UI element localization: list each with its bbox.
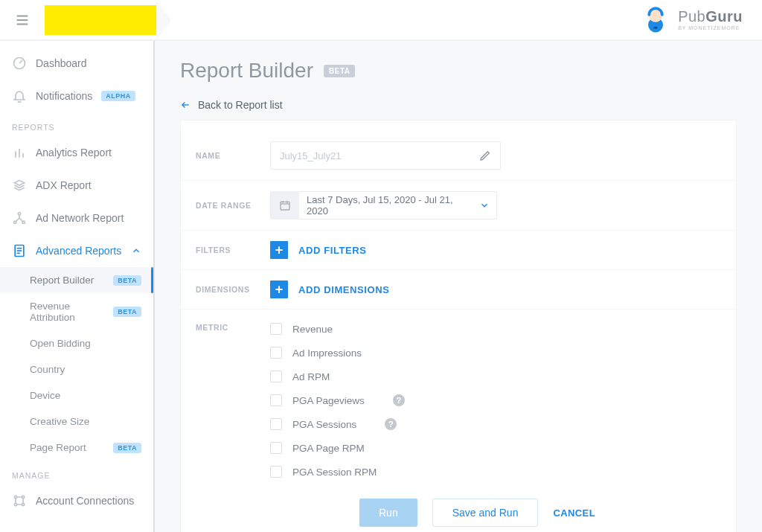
metric-label: Ad RPM [292,371,330,382]
beta-badge: BETA [113,443,141,453]
metric-option[interactable]: Revenue [270,323,721,335]
network-icon [12,211,27,225]
sidebar-item-account-connections[interactable]: Account Connections [0,484,153,517]
metric-option[interactable]: Ad RPM [270,371,721,382]
sidebar-heading-manage: MANAGE [0,461,153,484]
name-input[interactable]: July15_July21 [270,141,501,170]
subnav-open-bidding[interactable]: Open Bidding [0,330,153,356]
checkbox[interactable] [270,347,282,359]
sidebar-item-notifications[interactable]: Notifications ALPHA [0,80,153,112]
sidebar: Dashboard Notifications ALPHA REPORTS An… [0,41,155,532]
svg-point-19 [14,503,16,505]
sidebar-item-advanced-reports[interactable]: Advanced Reports [0,234,153,267]
hamburger-icon [14,12,31,28]
back-to-report-list-link[interactable]: Back to Report list [180,99,737,111]
advanced-reports-subnav: Report Builder BETA Revenue Attribution … [0,267,153,461]
beta-badge: BETA [324,65,355,77]
arrow-left-icon [180,100,190,110]
checkbox[interactable] [270,371,282,382]
plus-icon: + [270,241,288,259]
dimensions-label: DIMENSIONS [196,285,270,294]
subnav-label: Open Bidding [30,338,91,349]
add-dimensions-button[interactable]: + ADD DIMENSIONS [270,281,721,298]
metric-option[interactable]: PGA Sessions? [270,418,721,430]
plus-icon: + [270,281,288,298]
metric-label: PGA Page RPM [292,443,365,454]
subnav-device[interactable]: Device [0,382,153,408]
svg-point-18 [22,496,24,498]
gauge-icon [12,56,27,71]
beta-badge: BETA [113,275,141,286]
subnav-label: Device [30,390,60,401]
date-range-picker[interactable]: Last 7 Days, Jul 15, 2020 - Jul 21, 2020 [270,191,497,219]
subnav-report-builder[interactable]: Report Builder BETA [0,267,153,293]
metric-option[interactable]: Ad Impressions [270,347,721,359]
sidebar-item-adx-report[interactable]: ADX Report [0,169,153,202]
bar-chart-icon [12,145,27,160]
add-dimensions-label: ADD DIMENSIONS [298,284,390,295]
sidebar-item-label: ADX Report [36,179,92,191]
layers-icon [12,178,27,193]
document-icon [12,243,27,258]
checkbox[interactable] [270,442,282,454]
sidebar-item-ad-network-report[interactable]: Ad Network Report [0,202,153,234]
subnav-label: Page Report [30,442,86,453]
calendar-icon [271,191,299,219]
sidebar-item-analytics-report[interactable]: Analytics Report [0,136,153,169]
run-button[interactable]: Run [359,499,417,527]
checkbox[interactable] [270,466,282,478]
save-and-run-button[interactable]: Save and Run [432,499,539,527]
add-filters-label: ADD FILTERS [298,245,367,256]
metric-list: RevenueAd ImpressionsAd RPMPGA Pageviews… [270,320,721,478]
alpha-badge: ALPHA [101,91,135,101]
subnav-country[interactable]: Country [0,356,153,382]
metric-label: Revenue [292,324,333,335]
checkbox[interactable] [270,394,282,406]
page-title: Report Builder [180,59,313,83]
subnav-creative-size[interactable]: Creative Size [0,408,153,435]
back-link-label: Back to Report list [198,99,283,111]
metric-option[interactable]: PGA Pageviews? [270,394,721,406]
sidebar-item-label: Dashboard [36,57,87,69]
help-icon[interactable]: ? [393,394,405,406]
bell-icon [12,89,27,103]
cancel-button[interactable]: CANCEL [553,507,595,519]
sidebar-item-dashboard[interactable]: Dashboard [0,47,153,80]
metric-option[interactable]: PGA Page RPM [270,442,721,454]
svg-point-17 [14,496,16,498]
connections-icon [12,493,27,508]
subnav-label: Revenue Attribution [30,301,113,323]
checkbox[interactable] [270,418,282,430]
report-form-card: NAME July15_July21 DATE RANGE [180,120,737,532]
menu-toggle-button[interactable] [0,0,45,40]
svg-rect-5 [654,27,658,29]
brand-mascot-icon [641,4,670,34]
metric-label: METRIC [196,320,270,332]
filters-label: FILTERS [196,246,270,254]
date-range-label: DATE RANGE [196,201,270,210]
svg-point-12 [22,221,25,223]
svg-point-20 [22,503,24,505]
metric-option[interactable]: PGA Session RPM [270,466,721,478]
metric-label: PGA Sessions [292,419,356,430]
brand-name: PubGuru [678,8,743,25]
subnav-revenue-attribution[interactable]: Revenue Attribution BETA [0,293,153,330]
sidebar-item-label: Advanced Reports [36,245,121,257]
add-filters-button[interactable]: + ADD FILTERS [270,241,721,259]
logo-placeholder [45,5,156,35]
pencil-icon[interactable] [479,150,491,161]
sidebar-item-label: Ad Network Report [36,212,124,224]
help-icon[interactable]: ? [385,418,397,430]
name-input-value: July15_July21 [280,150,341,161]
subnav-label: Country [30,364,65,375]
checkbox[interactable] [270,323,282,335]
chevron-down-icon [473,200,496,211]
svg-point-11 [14,221,16,223]
subnav-label: Creative Size [30,416,89,427]
beta-badge: BETA [113,307,141,317]
chevron-up-icon [131,246,141,256]
subnav-page-report[interactable]: Page Report BETA [0,435,153,461]
main-content: Report Builder BETA Back to Report list … [155,41,762,532]
brand: PubGuru by MONETIZEMORE [641,4,743,34]
brand-subtitle: by MONETIZEMORE [678,25,743,31]
